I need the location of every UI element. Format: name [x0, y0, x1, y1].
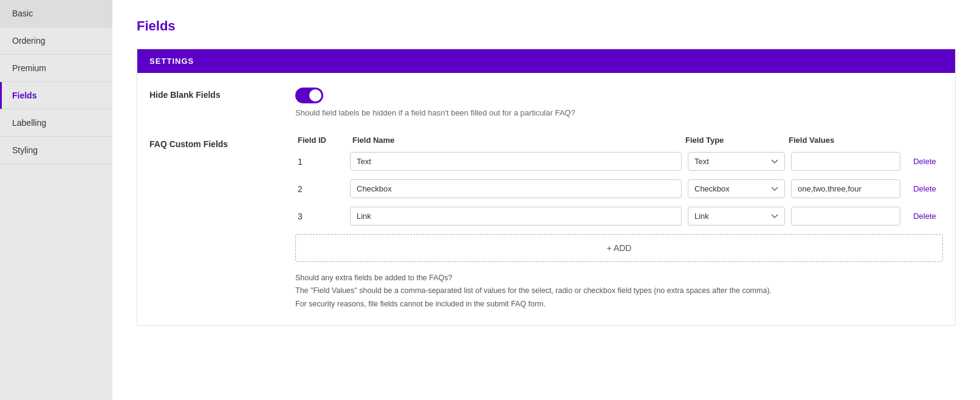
field-name-input-1[interactable] [350, 152, 682, 171]
page-title: Fields [137, 18, 956, 34]
sidebar-item-labelling-label: Labelling [12, 118, 46, 128]
field-values-input-3[interactable] [791, 207, 900, 226]
field-name-input-3[interactable] [350, 207, 682, 226]
sidebar-item-ordering-label: Ordering [12, 36, 45, 46]
table-row: 3 Text Checkbox Link Select Radio Delete [295, 207, 943, 226]
hide-blank-fields-description: Should field labels be hidden if a field… [295, 108, 943, 117]
add-field-label: + ADD [607, 243, 632, 253]
field-values-input-1[interactable] [791, 152, 900, 171]
hide-blank-fields-label: Hide Blank Fields [149, 88, 271, 100]
faq-custom-fields-section: FAQ Custom Fields Field ID Field Name Fi… [149, 136, 943, 311]
field-table-header: Field ID Field Name Field Type Field Val… [295, 136, 943, 145]
sidebar-item-styling-label: Styling [12, 145, 38, 155]
hide-blank-fields-row: Hide Blank Fields Should field labels be… [149, 88, 943, 117]
faq-footer-text: Should any extra fields be added to the … [295, 272, 943, 311]
sidebar-item-premium[interactable]: Premium [0, 55, 112, 82]
sidebar-item-basic-label: Basic [12, 9, 33, 18]
sidebar-item-fields[interactable]: Fields [0, 82, 112, 109]
main-content: Fields SETTINGS Hide Blank Fields Should… [112, 0, 980, 400]
sidebar-item-premium-label: Premium [12, 63, 46, 73]
delete-button-2[interactable]: Delete [906, 184, 943, 193]
delete-button-1[interactable]: Delete [906, 157, 943, 166]
hide-blank-fields-control: Should field labels be hidden if a field… [295, 88, 943, 117]
field-type-select-1[interactable]: Text Checkbox Link Select Radio [688, 152, 785, 171]
delete-button-3[interactable]: Delete [906, 212, 943, 221]
sidebar: Basic Ordering Premium Fields Labelling … [0, 0, 112, 400]
sidebar-item-fields-label: Fields [12, 91, 36, 100]
faq-footer-line-2: The "Field Values" should be a comma-sep… [295, 284, 943, 297]
sidebar-item-ordering[interactable]: Ordering [0, 27, 112, 55]
col-field-type: Field Type [685, 136, 783, 145]
settings-header: SETTINGS [137, 49, 955, 73]
faq-table-wrapper: Field ID Field Name Field Type Field Val… [295, 136, 943, 311]
field-values-input-2[interactable] [791, 179, 900, 198]
col-field-id: Field ID [298, 136, 346, 145]
sidebar-item-labelling[interactable]: Labelling [0, 109, 112, 137]
col-field-values: Field Values [789, 136, 898, 145]
toggle-wrapper [295, 88, 943, 103]
faq-footer-line-1: Should any extra fields be added to the … [295, 272, 943, 284]
field-type-select-3[interactable]: Text Checkbox Link Select Radio [688, 207, 785, 226]
field-type-select-2[interactable]: Text Checkbox Link Select Radio [688, 179, 785, 198]
field-id-3: 3 [295, 212, 344, 221]
field-name-input-2[interactable] [350, 179, 682, 198]
table-row: 1 Text Checkbox Link Select Radio Delete [295, 152, 943, 171]
field-id-2: 2 [295, 184, 344, 194]
add-field-button[interactable]: + ADD [295, 234, 943, 262]
faq-custom-fields-label: FAQ Custom Fields [149, 136, 271, 149]
hide-blank-fields-toggle[interactable] [295, 88, 323, 103]
settings-body: Hide Blank Fields Should field labels be… [137, 73, 955, 325]
col-actions [904, 136, 941, 145]
field-id-1: 1 [295, 157, 344, 167]
table-row: 2 Text Checkbox Link Select Radio Delete [295, 179, 943, 198]
settings-card: SETTINGS Hide Blank Fields Should field … [137, 49, 956, 326]
sidebar-item-basic[interactable]: Basic [0, 0, 112, 27]
sidebar-item-styling[interactable]: Styling [0, 137, 112, 164]
faq-footer-line-3: For security reasons, file fields cannot… [295, 298, 943, 311]
col-field-name: Field Name [352, 136, 679, 145]
